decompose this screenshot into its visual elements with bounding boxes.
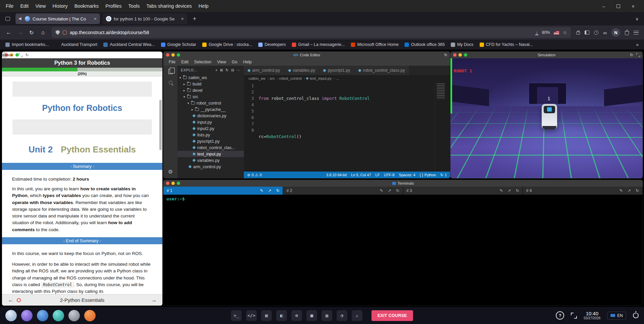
rename-terminal-icon[interactable] <box>260 188 263 193</box>
restart-terminal-icon[interactable] <box>636 188 639 193</box>
fullscreen-icon[interactable] <box>636 53 640 57</box>
explorer-icon[interactable] <box>168 69 173 74</box>
zoom-light-icon[interactable] <box>177 182 180 185</box>
monitor-icon[interactable]: ◔ <box>336 310 347 321</box>
more-actions-icon[interactable]: ⋯ <box>237 68 240 72</box>
taskbar-app-icon[interactable] <box>53 310 64 321</box>
terminal-tool-icon[interactable]: >_ <box>231 310 241 321</box>
bookmark-item[interactable]: Developers <box>256 41 288 48</box>
bookmarks-overflow-icon[interactable]: » <box>633 42 641 47</box>
next-unit-button[interactable]: → <box>149 297 158 304</box>
terminal-tab[interactable]: # 1 <box>163 187 283 195</box>
tree-item[interactable]: input.py <box>177 119 244 125</box>
tools-gear-icon[interactable]: ⚙ <box>291 310 302 321</box>
code-tool-icon[interactable]: </> <box>246 310 257 321</box>
code-content[interactable]: from robot_control_class import RobotCon… <box>259 82 450 172</box>
menubar-item[interactable]: Tools <box>125 2 143 10</box>
editor-menu-item[interactable]: Help <box>240 59 255 65</box>
gear-icon[interactable]: ⚙ <box>168 169 173 175</box>
infinity-icon[interactable]: ∞ <box>603 30 607 36</box>
notebook-tool-icon[interactable]: ▤ <box>261 310 272 321</box>
maximize-icon[interactable] <box>616 4 620 8</box>
simulation-tool-icon[interactable]: ◧ <box>276 310 287 321</box>
zoom-light-icon[interactable] <box>15 53 19 57</box>
bookmark-item[interactable]: Google Scholar <box>158 41 199 48</box>
bookmark-item[interactable]: Auckland Transport <box>52 41 100 48</box>
minimize-light-icon[interactable] <box>171 53 175 57</box>
close-light-icon[interactable] <box>166 182 169 185</box>
breadcrumb-item[interactable]: catkin_ws › <box>249 76 269 80</box>
tree-item[interactable]: robot_control_clas... <box>177 144 244 151</box>
menubar-item[interactable]: Profiles <box>102 2 124 10</box>
tree-item[interactable]: pyscript1.py <box>177 138 244 144</box>
bookmark-item[interactable]: Gmail – La messagerie... <box>289 41 347 48</box>
history-clock-icon[interactable] <box>594 30 598 35</box>
taskbar-app-icon[interactable] <box>68 310 80 321</box>
terminal-tab[interactable]: # 3 <box>403 187 523 195</box>
popout-terminal-icon[interactable] <box>388 188 391 193</box>
encoding-indicator[interactable]: UTF-8 <box>384 173 394 177</box>
power-button[interactable] <box>633 313 639 318</box>
tree-item[interactable]: catkin_ws <box>177 74 244 81</box>
popout-terminal-icon[interactable] <box>628 188 631 193</box>
rename-terminal-icon[interactable] <box>620 188 623 193</box>
popout-terminal-icon[interactable] <box>508 188 511 193</box>
menubar-item[interactable]: View <box>32 2 49 10</box>
zoom-light-icon[interactable] <box>177 53 180 57</box>
tree-item[interactable]: lists.py <box>177 132 244 138</box>
help-button[interactable]: ? <box>556 311 564 320</box>
layout-grid-icon[interactable]: ▥ <box>321 310 332 321</box>
tab-course-simulation[interactable]: Course Simulation | The Co × <box>15 13 100 24</box>
sidebar-toggle-icon[interactable] <box>585 30 589 35</box>
bag-icon[interactable] <box>625 31 629 35</box>
bookmark-star-icon[interactable]: ☆ <box>563 30 567 35</box>
robot-model[interactable] <box>542 104 557 129</box>
breadcrumb-item[interactable]: src › <box>270 76 278 80</box>
editor-tab[interactable]: robot_control_class.py <box>355 66 409 75</box>
simulation-titlebar[interactable]: Simulation ↻ <box>450 52 643 58</box>
close-icon[interactable]: × <box>632 3 635 9</box>
close-light-icon[interactable] <box>453 53 457 57</box>
tree-item[interactable]: build <box>177 81 244 87</box>
bookmark-item[interactable]: Google Drive : stocka... <box>200 41 255 48</box>
bookmark-item[interactable]: Auckland Central Wea... <box>101 41 158 48</box>
search-icon[interactable] <box>169 81 172 84</box>
terminal-tab[interactable]: # 2 <box>283 187 403 195</box>
language-selector[interactable]: EN <box>607 312 626 320</box>
tree-item[interactable]: robot_control <box>177 100 244 106</box>
restart-terminal-icon[interactable] <box>396 188 399 193</box>
tab-google-search[interactable]: G for python 1 to 100 - Google Se × <box>103 13 187 24</box>
minimap[interactable] <box>435 82 450 172</box>
url-text[interactable]: app.theconstruct.ai/desktop/course/58 <box>70 30 149 35</box>
bookmark-item[interactable]: CFD for Yachts – Naval... <box>477 41 536 48</box>
simulation-viewport[interactable]: ROBOT 1 1 <box>450 58 643 178</box>
tree-item[interactable]: variables.py <box>177 157 244 164</box>
record-dot-icon[interactable] <box>17 298 21 302</box>
notebook-content[interactable]: Python for Robotics Unit 2Python Essenti… <box>2 76 162 294</box>
bookmark-item[interactable]: My Docs <box>448 41 476 48</box>
breadcrumb-item[interactable]: ... › <box>336 76 339 80</box>
editor-menu-item[interactable]: Selection <box>192 59 214 65</box>
bookmark-item[interactable]: Import bookmarks... <box>3 41 51 48</box>
collapse-all-icon[interactable]: ⊟ <box>231 68 234 72</box>
forward-button[interactable]: → <box>15 27 25 38</box>
menubar-item[interactable]: Bookmarks <box>71 2 102 10</box>
breadcrumb-item[interactable]: test_input.py › <box>306 76 335 80</box>
refresh-explorer-icon[interactable]: ↻ <box>225 68 229 72</box>
extension-gift-icon[interactable] <box>576 31 580 35</box>
rename-terminal-icon[interactable] <box>380 188 383 193</box>
zoom-light-icon[interactable] <box>464 53 467 57</box>
zoom-level[interactable]: 80% <box>542 30 550 35</box>
tab-close-icon[interactable]: × <box>94 16 97 21</box>
tree-item[interactable]: test_input.py <box>177 151 244 157</box>
language-indicator[interactable]: { } Python <box>420 173 436 177</box>
list-all-tabs-icon[interactable]: ∨ <box>635 16 641 21</box>
warning-icon[interactable]: ⚠ <box>352 310 362 321</box>
eol-indicator[interactable]: LF <box>375 173 380 177</box>
exit-course-button[interactable]: EXIT COURSE <box>371 310 413 321</box>
firefox-view-button[interactable] <box>3 14 13 23</box>
restart-terminal-icon[interactable] <box>276 188 279 193</box>
editor-tab[interactable]: variables.py <box>284 66 320 75</box>
editor-menu-item[interactable]: File <box>166 59 178 65</box>
editor-tab[interactable]: pyscript1.py <box>319 66 355 75</box>
